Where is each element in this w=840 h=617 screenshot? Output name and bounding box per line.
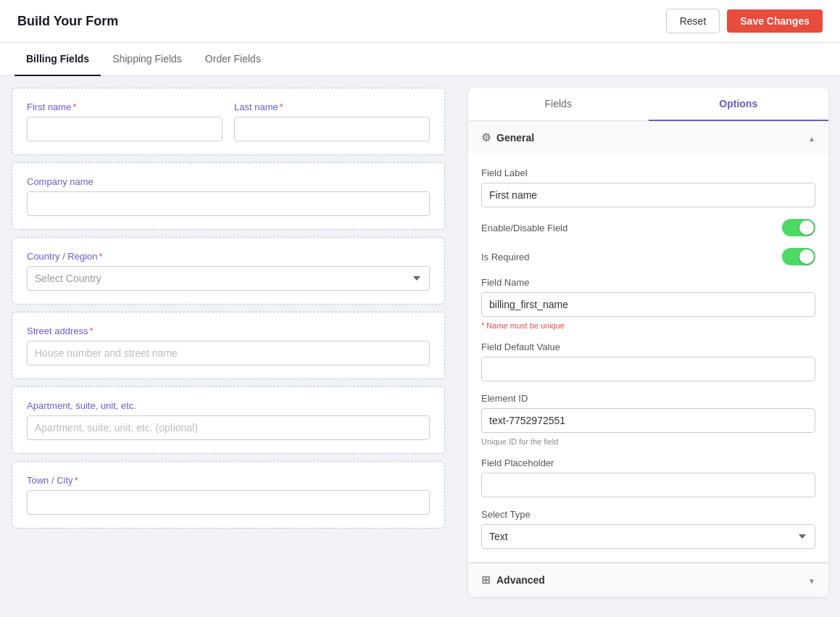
is-required-toggle[interactable] (782, 248, 815, 265)
enable-disable-toggle[interactable] (782, 219, 815, 236)
select-type-group: Select Type Text Email Password Number T… (481, 509, 815, 549)
company-name-label: Company name (27, 176, 430, 187)
general-accordion: General Field Label Enable/Disable Field (468, 121, 828, 563)
advanced-accordion-header[interactable]: Advanced (468, 563, 828, 597)
left-panel: First name* Last name* Company name (0, 76, 457, 617)
field-name-hint: * Name must be unique (481, 321, 815, 330)
city-field: Town / City* (27, 475, 430, 515)
field-placeholder-label: Field Placeholder (481, 457, 815, 468)
enable-disable-row: Enable/Disable Field (481, 219, 815, 236)
first-name-field: First name* (27, 102, 223, 141)
city-input[interactable] (27, 490, 430, 515)
apartment-input[interactable] (27, 415, 430, 440)
field-default-value-label: Field Default Value (481, 341, 815, 352)
general-accordion-body: Field Label Enable/Disable Field Is Req (468, 154, 828, 562)
apartment-label: Apartment, suite, unit, etc. (27, 400, 430, 411)
city-section: Town / City* (12, 461, 445, 529)
page-title: Build Your Form (17, 14, 118, 29)
gear-icon (481, 131, 491, 144)
enable-disable-slider (782, 219, 815, 236)
apartment-field: Apartment, suite, unit, etc. (27, 400, 430, 440)
main-tabs: Billing Fields Shipping Fields Order Fie… (0, 43, 840, 76)
last-name-input[interactable] (234, 117, 430, 141)
general-title: General (496, 132, 534, 144)
right-card: Fields Options General Field Label (468, 88, 828, 597)
chevron-down-icon (808, 574, 815, 586)
element-id-group: Element ID Unique ID for the field (481, 393, 815, 446)
company-name-input[interactable] (27, 191, 430, 216)
tab-order-fields[interactable]: Order Fields (194, 43, 273, 76)
chevron-up-icon (808, 132, 815, 144)
advanced-title: Advanced (496, 574, 545, 586)
select-type-select[interactable]: Text Email Password Number Tel URL (481, 524, 815, 549)
form-container: First name* Last name* Company name (0, 76, 457, 540)
field-default-value-group: Field Default Value (481, 341, 815, 381)
street-input[interactable] (27, 341, 430, 365)
country-select[interactable]: Select Country (27, 266, 430, 291)
enable-disable-label: Enable/Disable Field (481, 223, 567, 233)
street-field: Street address* (27, 326, 430, 365)
field-label-label: Field Label (481, 167, 815, 178)
right-tabs: Fields Options (468, 88, 828, 121)
tab-options[interactable]: Options (649, 88, 829, 121)
field-name-input[interactable] (481, 292, 815, 317)
main-layout: First name* Last name* Company name (0, 76, 840, 617)
is-required-row: Is Required (481, 248, 815, 265)
country-field: Country / Region* Select Country (27, 251, 430, 291)
field-placeholder-input[interactable] (481, 473, 815, 497)
element-id-hint: Unique ID for the field (481, 437, 815, 446)
tab-shipping-fields[interactable]: Shipping Fields (101, 43, 194, 76)
street-section: Street address* (12, 312, 445, 379)
select-type-label: Select Type (481, 509, 815, 520)
field-name-label: Field Name (481, 277, 815, 288)
header: Build Your Form Reset Save Changes (0, 0, 840, 43)
element-id-label: Element ID (481, 393, 815, 404)
street-label: Street address* (27, 326, 430, 336)
country-section: Country / Region* Select Country (12, 237, 445, 305)
name-section: First name* Last name* (12, 88, 445, 155)
right-panel: Fields Options General Field Label (457, 76, 840, 617)
header-buttons: Reset Save Changes (666, 9, 823, 33)
field-label-input[interactable] (481, 183, 815, 207)
apartment-section: Apartment, suite, unit, etc. (12, 386, 445, 454)
element-id-input[interactable] (481, 408, 815, 433)
field-default-value-input[interactable] (481, 357, 815, 381)
field-name-group: Field Name * Name must be unique (481, 277, 815, 330)
save-changes-button[interactable]: Save Changes (727, 9, 823, 33)
tab-billing-fields[interactable]: Billing Fields (14, 43, 101, 76)
tab-fields[interactable]: Fields (468, 88, 649, 121)
field-placeholder-group: Field Placeholder (481, 457, 815, 497)
first-name-label: First name* (27, 102, 223, 112)
country-label: Country / Region* (27, 251, 430, 262)
is-required-slider (782, 248, 815, 265)
sliders-icon (481, 573, 491, 587)
company-name-field: Company name (27, 176, 430, 216)
general-accordion-header[interactable]: General (468, 121, 828, 154)
field-label-group: Field Label (481, 167, 815, 207)
reset-button[interactable]: Reset (666, 9, 720, 33)
first-name-input[interactable] (27, 117, 223, 141)
name-row: First name* Last name* (27, 102, 430, 141)
is-required-label: Is Required (481, 252, 529, 262)
company-section: Company name (12, 162, 445, 230)
last-name-field: Last name* (234, 102, 430, 141)
last-name-label: Last name* (234, 102, 430, 112)
city-label: Town / City* (27, 475, 430, 486)
